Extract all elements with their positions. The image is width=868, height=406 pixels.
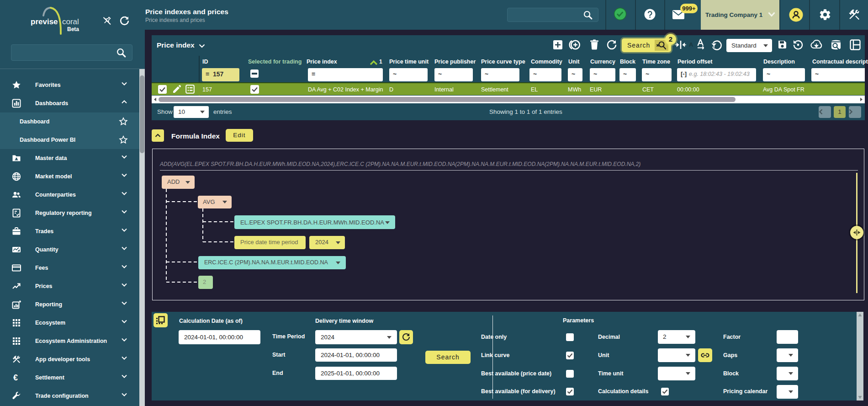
- svg-text:€: €: [13, 373, 18, 382]
- svg-text:coral: coral: [62, 17, 79, 26]
- svg-text:Beta: Beta: [67, 26, 79, 32]
- svg-text:previse: previse: [31, 17, 58, 26]
